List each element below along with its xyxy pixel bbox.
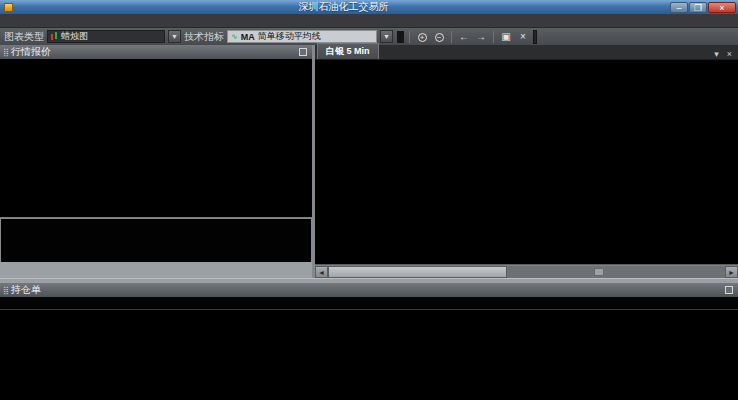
zoom-in-icon: + <box>418 33 427 42</box>
toolbar-separator <box>409 31 410 43</box>
minimize-button[interactable]: – <box>670 2 688 13</box>
indicator-dropdown-arrow[interactable]: ▼ <box>380 30 393 43</box>
chart-type-value: 蜡烛图 <box>61 30 88 43</box>
chart-type-label: 图表类型 <box>4 30 44 44</box>
zoom-out-button[interactable]: − <box>432 30 446 43</box>
toolbar-separator <box>493 31 494 43</box>
chart-area[interactable] <box>315 60 738 264</box>
toolbar-separator <box>451 31 452 43</box>
period-button-group <box>533 30 537 44</box>
app-icon <box>4 3 13 12</box>
scrollbar-thumb[interactable] <box>328 266 507 278</box>
zoom-in-button[interactable]: + <box>415 30 429 43</box>
positions-panel-header[interactable]: ⣿ 持仓单 <box>0 283 738 297</box>
app-window: 深圳石油化工交易所 – ❐ × 图表类型 蜡烛图 ▼ 技术指标 ∿ MA 简单移… <box>0 0 738 400</box>
grip-icon: ⣿ <box>3 286 8 295</box>
indicator-value: 简单移动平均线 <box>258 30 321 43</box>
scrollbar-track[interactable] <box>328 266 725 278</box>
scroll-left-icon[interactable]: ◄ <box>315 266 328 278</box>
log-tabs <box>0 262 312 278</box>
chart-type-dropdown-arrow[interactable]: ▼ <box>168 30 181 43</box>
positions-table-body <box>0 310 738 400</box>
chart-tab-silver-5min[interactable]: 白银 5 Min <box>317 43 379 59</box>
tab-menu-icon[interactable]: ▾ <box>710 49 723 59</box>
quotes-panel-title: 行情报价 <box>11 45 299 59</box>
quotes-panel-header[interactable]: ⣿ 行情报价 <box>0 45 312 59</box>
indicator-prefix: MA <box>241 32 255 42</box>
tab-close-icon[interactable]: × <box>723 49 736 59</box>
indicator-label: 技术指标 <box>184 30 224 44</box>
positions-table-header <box>0 297 738 310</box>
chart-tabstrip: 白银 5 Min ▾ × <box>315 45 738 60</box>
indicator-select[interactable]: ∿ MA 简单移动平均线 <box>227 30 377 43</box>
candlestick-icon <box>51 32 58 41</box>
quotes-table-filler <box>0 59 312 218</box>
chart-type-select[interactable]: 蜡烛图 <box>47 30 165 43</box>
menu-bar <box>0 14 738 28</box>
grip-icon: ⣿ <box>3 48 8 57</box>
detach-panel-icon[interactable] <box>299 48 307 56</box>
positions-panel-title: 持仓单 <box>11 283 725 297</box>
connection-log[interactable] <box>0 218 312 262</box>
chart-panel: 白银 5 Min ▾ × ◄ ► <box>315 45 738 278</box>
titlebar: 深圳石油化工交易所 – ❐ × <box>0 0 738 14</box>
new-window-button[interactable]: ▣ <box>499 30 513 43</box>
candlestick-chart-canvas[interactable] <box>315 60 738 264</box>
maximize-button[interactable]: ❐ <box>689 2 707 13</box>
ma-line-icon: ∿ <box>231 32 238 41</box>
scrollbar-mark <box>594 268 604 276</box>
close-button[interactable]: × <box>708 2 736 13</box>
back-button[interactable]: ← <box>457 30 471 43</box>
window-title: 深圳石油化工交易所 <box>17 0 670 14</box>
close-chart-button[interactable]: × <box>516 30 530 43</box>
zoom-out-icon: − <box>435 33 444 42</box>
forward-button[interactable]: → <box>474 30 488 43</box>
quotes-panel: ⣿ 行情报价 <box>0 45 312 278</box>
scroll-right-icon[interactable]: ► <box>725 266 738 278</box>
detach-panel-icon[interactable] <box>725 286 733 294</box>
positions-panel: ⣿ 持仓单 <box>0 283 738 400</box>
toolbar-nub <box>397 31 404 43</box>
chart-scrollbar: ◄ ► <box>315 264 738 278</box>
